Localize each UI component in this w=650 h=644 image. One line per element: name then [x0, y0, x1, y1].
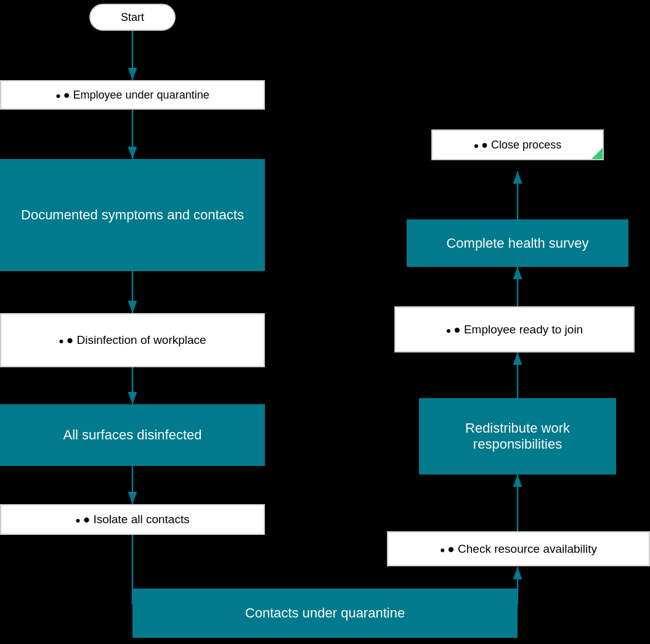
documented-symptoms-node: Documented symptoms and contacts	[0, 159, 265, 271]
isolate-contacts-label: ● Isolate all contacts	[75, 513, 189, 526]
contacts-quarantine-node: Contacts under quarantine	[132, 589, 518, 638]
disinfection-workplace-label: ● Disinfection of workplace	[59, 333, 206, 347]
employee-quarantine-label: ● Employee under quarantine	[55, 89, 209, 102]
start-node: Start	[89, 4, 176, 31]
close-process-label: ● Close process	[474, 139, 561, 152]
isolate-contacts-node: ● Isolate all contacts	[0, 504, 265, 535]
corner-triangle	[591, 148, 603, 159]
redistribute-work-label: Redistribute work responsibilities	[431, 420, 604, 452]
employee-ready-node: ● Employee ready to join	[394, 306, 635, 353]
documented-symptoms-label: Documented symptoms and contacts	[21, 207, 244, 223]
all-surfaces-label: All surfaces disinfected	[63, 427, 202, 443]
all-surfaces-node: All surfaces disinfected	[0, 404, 265, 466]
employee-quarantine-node: ● Employee under quarantine	[0, 80, 265, 110]
close-process-node: ● Close process	[431, 129, 604, 160]
flowchart: Start ● Employee under quarantine Docume…	[0, 0, 650, 644]
employee-ready-label: ● Employee ready to join	[446, 323, 583, 336]
complete-health-survey-label: Complete health survey	[446, 235, 588, 251]
disinfection-workplace-node: ● Disinfection of workplace	[0, 313, 265, 367]
contacts-quarantine-label: Contacts under quarantine	[245, 605, 405, 621]
complete-health-survey-node: Complete health survey	[407, 219, 628, 267]
check-resource-label: ● Check resource availability	[440, 542, 597, 556]
redistribute-work-node: Redistribute work responsibilities	[419, 398, 616, 475]
check-resource-node: ● Check resource availability	[387, 531, 650, 566]
